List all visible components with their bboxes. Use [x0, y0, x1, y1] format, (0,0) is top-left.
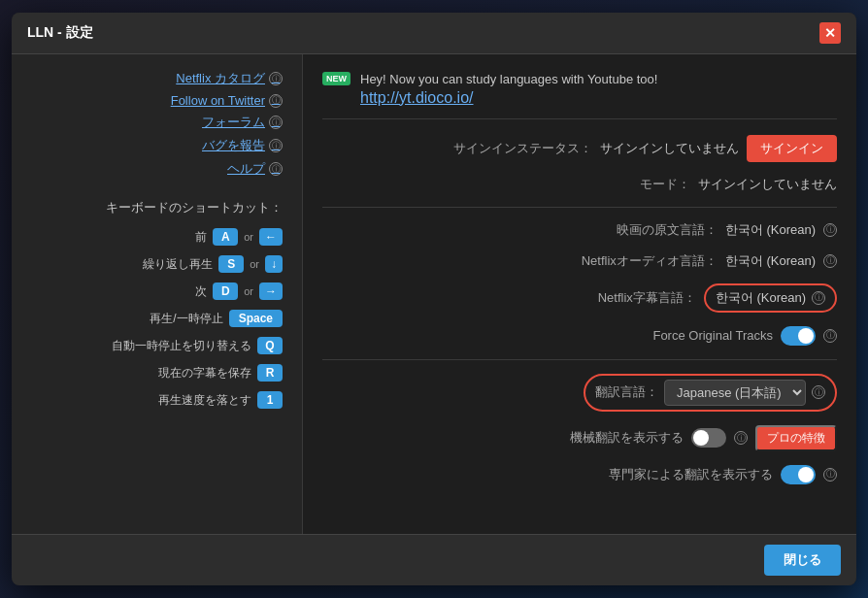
banner-link[interactable]: http://yt.dioco.io/	[360, 89, 657, 107]
shortcut-row-play: 再生/一時停止 Space	[31, 310, 283, 327]
settings-modal: LLN - 設定 ✕ Netflix カタログ ⓘ Follow on Twit…	[12, 13, 856, 585]
translation-lang-highlight: 翻訳言語： Japanese (日本語) ⓘ	[584, 374, 837, 412]
info-icon-2[interactable]: ⓘ	[269, 116, 283, 129]
audio-lang-value: 한국어 (Korean)	[725, 252, 816, 270]
force-tracks-info-icon[interactable]: ⓘ	[823, 329, 837, 343]
shortcut-label-repeat: 繰り返し再生	[143, 256, 213, 273]
key-a: A	[213, 228, 238, 246]
sidebar-link-bug[interactable]: バグを報告 ⓘ	[202, 137, 283, 154]
sidebar-link-help[interactable]: ヘルプ ⓘ	[227, 160, 283, 178]
shortcuts-title: キーボードのショートカット：	[31, 199, 283, 216]
main-content: NEW Hey! Now you can study languages wit…	[303, 54, 856, 534]
modal-body: Netflix カタログ ⓘ Follow on Twitter ⓘ フォーラム…	[12, 54, 856, 534]
sidebar-link-twitter[interactable]: Follow on Twitter ⓘ	[171, 93, 283, 108]
section-divider-1	[322, 207, 837, 208]
mode-label: モード：	[640, 176, 690, 193]
sidebar: Netflix カタログ ⓘ Follow on Twitter ⓘ フォーラム…	[12, 54, 303, 534]
shortcut-label-save: 現在の字幕を保存	[158, 365, 251, 382]
modal-overlay: LLN - 設定 ✕ Netflix カタログ ⓘ Follow on Twit…	[0, 0, 868, 598]
subtitle-lang-row: Netflix字幕言語： 한국어 (Korean) ⓘ	[322, 283, 837, 313]
translation-lang-select[interactable]: Japanese (日本語)	[664, 380, 806, 406]
key-r: R	[257, 364, 283, 382]
sidebar-link-netflix-catalog[interactable]: Netflix カタログ ⓘ	[176, 70, 283, 87]
shortcut-label-slow: 再生速度を落とす	[158, 392, 251, 409]
info-icon-3[interactable]: ⓘ	[269, 139, 283, 152]
signin-status-row: サインインステータス： サインインしていません サインイン	[322, 135, 837, 162]
translation-lang-label: 翻訳言語：	[595, 383, 658, 401]
machine-translation-toggle[interactable]	[691, 428, 726, 448]
key-space: Space	[229, 310, 283, 327]
key-1: 1	[257, 391, 283, 409]
shortcut-row-slow: 再生速度を落とす 1	[31, 391, 283, 409]
mode-value: サインインしていません	[698, 176, 837, 193]
shortcut-row-prev: 前 A or ←	[31, 228, 283, 246]
expert-translation-info-icon[interactable]: ⓘ	[823, 468, 837, 482]
or-text-2: or	[250, 258, 259, 270]
expert-translation-label: 専門家による翻訳を表示する	[609, 466, 773, 483]
expert-translation-toggle[interactable]	[781, 465, 816, 484]
modal-footer: 閉じる	[12, 534, 856, 585]
expert-translation-row: 専門家による翻訳を表示する ⓘ	[322, 465, 837, 484]
modal-title: LLN - 設定	[27, 24, 93, 42]
signin-status-value: サインインしていません	[600, 140, 739, 157]
subtitle-lang-value: 한국어 (Korean)	[716, 289, 806, 307]
key-s: S	[218, 255, 244, 273]
new-badge: NEW	[322, 72, 351, 85]
shortcut-label-play: 再生/一時停止	[150, 311, 222, 327]
audio-lang-label: Netflixオーディオ言語：	[582, 252, 718, 270]
machine-translation-label: 機械翻訳を表示する	[570, 429, 684, 447]
keyboard-shortcuts-section: キーボードのショートカット： 前 A or ← 繰り返し再生 S or ↓	[12, 199, 283, 418]
announcement-banner: NEW Hey! Now you can study languages wit…	[322, 70, 837, 119]
key-arrow-down: ↓	[265, 255, 283, 273]
info-icon-4[interactable]: ⓘ	[269, 162, 283, 176]
shortcut-row-autopause: 自動一時停止を切り替える Q	[31, 337, 283, 354]
key-arrow-left: ←	[259, 228, 283, 246]
force-tracks-row: Force Original Tracks ⓘ	[322, 326, 837, 346]
machine-toggle-knob	[693, 430, 709, 446]
info-icon-0[interactable]: ⓘ	[269, 72, 283, 85]
or-text: or	[244, 231, 253, 243]
banner-text: Hey! Now you can study languages with Yo…	[360, 70, 657, 89]
machine-translation-row: 機械翻訳を表示する ⓘ プロの特徴	[322, 425, 837, 451]
subtitle-lang-label: Netflix字幕言語：	[598, 289, 696, 307]
shortcut-row-save-subtitle: 現在の字幕を保存 R	[31, 364, 283, 382]
subtitle-lang-highlight: 한국어 (Korean) ⓘ	[704, 283, 837, 313]
sidebar-link-forum[interactable]: フォーラム ⓘ	[202, 114, 283, 131]
pro-badge-button[interactable]: プロの特徴	[755, 425, 837, 451]
or-text-3: or	[244, 285, 253, 297]
signin-button[interactable]: サインイン	[747, 135, 837, 162]
force-tracks-toggle[interactable]	[781, 326, 816, 346]
film-lang-row: 映画の原文言語： 한국어 (Korean) ⓘ	[322, 221, 837, 239]
shortcut-label-autopause: 自動一時停止を切り替える	[112, 338, 251, 354]
machine-translation-info-icon[interactable]: ⓘ	[734, 431, 748, 445]
info-icon-1[interactable]: ⓘ	[269, 94, 283, 108]
mode-row: モード： サインインしていません	[322, 176, 837, 193]
expert-toggle-knob	[798, 467, 814, 482]
shortcut-row-next: 次 D or →	[31, 282, 283, 300]
key-q: Q	[257, 337, 283, 354]
banner-content: Hey! Now you can study languages with Yo…	[360, 70, 657, 107]
subtitle-lang-info-icon[interactable]: ⓘ	[812, 291, 825, 305]
toggle-knob	[798, 328, 814, 344]
translation-lang-info-icon[interactable]: ⓘ	[812, 385, 825, 399]
modal-header: LLN - 設定 ✕	[12, 13, 856, 54]
signin-status-label: サインインステータス：	[453, 140, 592, 157]
section-divider-2	[322, 359, 837, 360]
modal-close-button[interactable]: ✕	[819, 22, 841, 44]
footer-close-button[interactable]: 閉じる	[764, 545, 841, 576]
force-tracks-label: Force Original Tracks	[652, 328, 773, 343]
shortcut-row-repeat: 繰り返し再生 S or ↓	[31, 255, 283, 273]
translation-lang-row: 翻訳言語： Japanese (日本語) ⓘ	[322, 374, 837, 412]
audio-lang-info-icon[interactable]: ⓘ	[823, 254, 837, 268]
film-lang-info-icon[interactable]: ⓘ	[823, 223, 837, 237]
film-lang-label: 映画の原文言語：	[617, 221, 718, 239]
audio-lang-row: Netflixオーディオ言語： 한국어 (Korean) ⓘ	[322, 252, 837, 270]
shortcut-label-next: 次	[195, 283, 207, 300]
shortcut-label-prev: 前	[195, 229, 207, 246]
key-d: D	[213, 282, 238, 300]
key-arrow-right: →	[259, 282, 283, 300]
film-lang-value: 한국어 (Korean)	[725, 221, 816, 239]
